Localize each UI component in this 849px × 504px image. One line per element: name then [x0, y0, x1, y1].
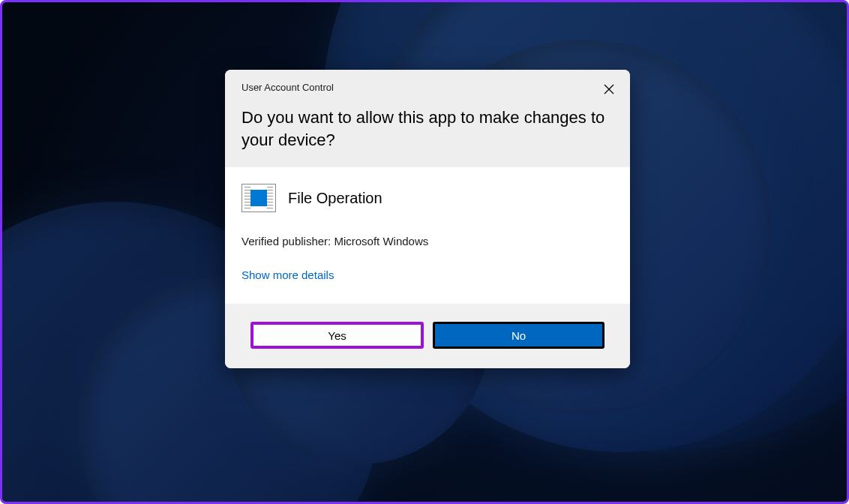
close-icon	[604, 84, 614, 94]
dialog-body: File Operation Verified publisher: Micro…	[225, 167, 630, 304]
uac-dialog: User Account Control Do you want to allo…	[225, 70, 630, 368]
no-button[interactable]: No	[433, 322, 604, 349]
close-button[interactable]	[597, 77, 621, 101]
app-info-row: File Operation	[242, 184, 614, 212]
app-icon	[242, 184, 276, 212]
publisher-info: Verified publisher: Microsoft Windows	[242, 235, 614, 248]
dialog-question: Do you want to allow this app to make ch…	[242, 106, 614, 151]
dialog-header: User Account Control Do you want to allo…	[225, 70, 630, 167]
dialog-title: User Account Control	[242, 82, 614, 93]
yes-button[interactable]: Yes	[250, 322, 424, 349]
show-more-details-link[interactable]: Show more details	[242, 268, 614, 281]
app-name: File Operation	[288, 190, 382, 207]
dialog-footer: Yes No	[225, 304, 630, 368]
